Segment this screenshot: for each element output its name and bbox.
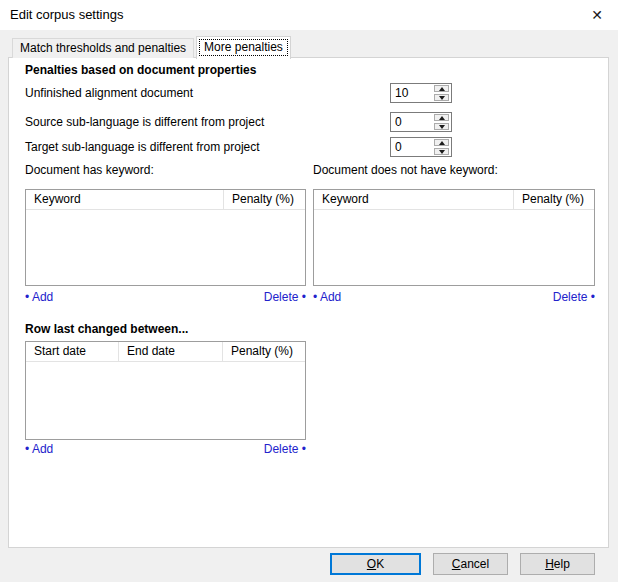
title-bar: Edit corpus settings ✕: [0, 0, 618, 30]
add-link[interactable]: • Add: [25, 442, 53, 456]
ok-button[interactable]: OK: [330, 553, 421, 575]
spinner-unfinished-alignment: [390, 83, 452, 103]
column-header-keyword[interactable]: Keyword: [314, 190, 514, 209]
bullet-icon: •: [25, 442, 29, 456]
tab-match-thresholds[interactable]: Match thresholds and penalties: [12, 38, 194, 58]
row-last-changed-table: Start date End date Penalty (%): [25, 341, 306, 440]
table-header: Keyword Penalty (%): [26, 190, 305, 210]
section-heading-row-last-changed: Row last changed between...: [25, 321, 188, 337]
column-header-penalty[interactable]: Penalty (%): [514, 190, 594, 209]
spinner-target-sublanguage: [390, 137, 452, 157]
label-target-sublanguage: Target sub-language is different from pr…: [25, 139, 260, 155]
spin-up-icon[interactable]: [434, 85, 449, 92]
document-has-keyword-list-body[interactable]: [26, 210, 305, 285]
close-icon[interactable]: ✕: [580, 0, 614, 30]
document-not-have-keyword-list-body[interactable]: [314, 210, 594, 285]
delete-link[interactable]: Delete •: [264, 290, 306, 304]
column-header-start-date[interactable]: Start date: [26, 342, 119, 361]
bullet-icon: •: [313, 290, 317, 304]
spinner-unfinished-alignment-input[interactable]: [391, 84, 433, 102]
help-button[interactable]: Help: [520, 553, 595, 575]
document-has-keyword-table: Keyword Penalty (%): [25, 189, 306, 286]
section-heading-document-properties: Penalties based on document properties: [25, 62, 256, 78]
add-link[interactable]: • Add: [25, 290, 53, 304]
document-not-have-keyword-table: Keyword Penalty (%): [313, 189, 595, 286]
column-header-keyword[interactable]: Keyword: [26, 190, 224, 209]
column-header-penalty[interactable]: Penalty (%): [223, 342, 305, 361]
delete-link[interactable]: Delete •: [264, 442, 306, 456]
label-source-sublanguage: Source sub-language is different from pr…: [25, 114, 264, 130]
column-header-end-date[interactable]: End date: [119, 342, 223, 361]
label-document-not-have-keyword: Document does not have keyword:: [313, 162, 498, 178]
tab-strip: Match thresholds and penalties More pena…: [12, 36, 293, 58]
row-last-changed-list-body[interactable]: [26, 362, 305, 439]
add-link[interactable]: • Add: [313, 290, 341, 304]
column-header-penalty[interactable]: Penalty (%): [224, 190, 305, 209]
cancel-button[interactable]: Cancel: [433, 553, 508, 575]
bullet-icon: •: [302, 442, 306, 456]
has-keyword-link-row: • Add Delete •: [25, 290, 306, 304]
bullet-icon: •: [302, 290, 306, 304]
spin-down-icon[interactable]: [434, 123, 449, 130]
spinner-target-sublanguage-input[interactable]: [391, 138, 433, 156]
table-header: Keyword Penalty (%): [314, 190, 594, 210]
edit-corpus-settings-dialog: Edit corpus settings ✕ Match thresholds …: [0, 0, 618, 582]
not-have-keyword-link-row: • Add Delete •: [313, 290, 595, 304]
dialog-title: Edit corpus settings: [10, 0, 123, 30]
label-unfinished-alignment: Unfinished alignment document: [25, 85, 193, 101]
delete-link[interactable]: Delete •: [553, 290, 595, 304]
spin-down-icon[interactable]: [434, 148, 449, 155]
spinner-source-sublanguage-input[interactable]: [391, 113, 433, 131]
spin-up-icon[interactable]: [434, 114, 449, 121]
spin-up-icon[interactable]: [434, 139, 449, 146]
spinner-source-sublanguage: [390, 112, 452, 132]
bullet-icon: •: [25, 290, 29, 304]
row-last-changed-link-row: • Add Delete •: [25, 442, 306, 456]
table-header: Start date End date Penalty (%): [26, 342, 305, 362]
tab-more-penalties[interactable]: More penalties: [196, 36, 291, 59]
bullet-icon: •: [591, 290, 595, 304]
spin-down-icon[interactable]: [434, 94, 449, 101]
label-document-has-keyword: Document has keyword:: [25, 162, 154, 178]
